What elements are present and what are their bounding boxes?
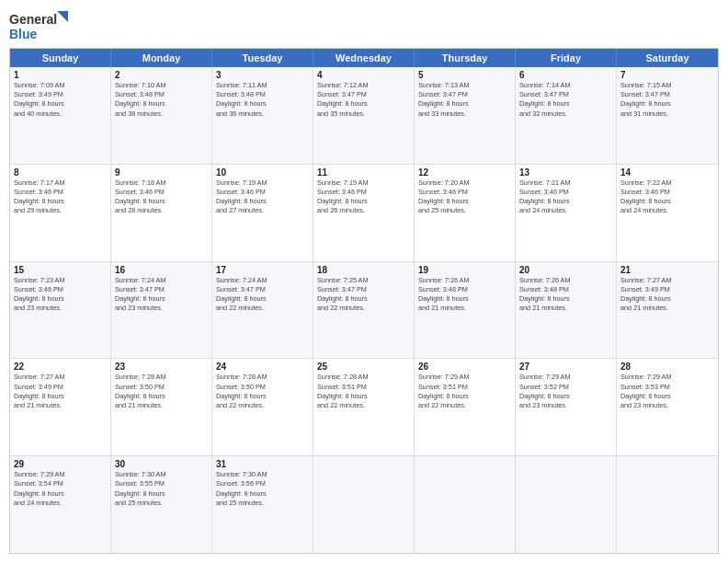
day-number: 23	[115, 362, 208, 372]
day-number: 19	[418, 265, 511, 275]
day-info: Sunrise: 7:26 AMSunset: 3:48 PMDaylight:…	[519, 276, 612, 314]
day-number: 5	[418, 70, 511, 80]
day-number: 21	[620, 265, 714, 275]
calendar-day-18: 18Sunrise: 7:25 AMSunset: 3:47 PMDayligh…	[313, 262, 415, 359]
day-number: 24	[216, 362, 309, 372]
day-number: 8	[14, 167, 107, 178]
calendar-empty-cell	[617, 456, 718, 553]
calendar-body: 1Sunrise: 7:09 AMSunset: 3:49 PMDaylight…	[10, 67, 718, 553]
calendar-day-10: 10Sunrise: 7:19 AMSunset: 3:46 PMDayligh…	[212, 165, 313, 261]
day-info: Sunrise: 7:12 AMSunset: 3:47 PMDaylight:…	[317, 81, 410, 119]
calendar-week-4: 22Sunrise: 7:27 AMSunset: 3:49 PMDayligh…	[10, 359, 718, 456]
calendar-day-11: 11Sunrise: 7:19 AMSunset: 3:46 PMDayligh…	[313, 165, 415, 261]
day-number: 12	[418, 167, 511, 178]
calendar-day-27: 27Sunrise: 7:29 AMSunset: 3:52 PMDayligh…	[516, 359, 617, 455]
day-info: Sunrise: 7:29 AMSunset: 3:52 PMDaylight:…	[519, 373, 612, 410]
calendar-day-17: 17Sunrise: 7:24 AMSunset: 3:47 PMDayligh…	[212, 262, 313, 359]
day-info: Sunrise: 7:27 AMSunset: 3:49 PMDaylight:…	[14, 373, 107, 410]
logo-icon: GeneralBlue	[9, 9, 74, 42]
day-number: 4	[317, 70, 410, 80]
day-info: Sunrise: 7:28 AMSunset: 3:50 PMDaylight:…	[115, 373, 208, 410]
day-number: 1	[14, 70, 107, 80]
day-info: Sunrise: 7:19 AMSunset: 3:46 PMDaylight:…	[317, 178, 410, 216]
day-info: Sunrise: 7:19 AMSunset: 3:46 PMDaylight:…	[216, 178, 309, 216]
calendar-day-6: 6Sunrise: 7:14 AMSunset: 3:47 PMDaylight…	[516, 67, 617, 164]
day-info: Sunrise: 7:28 AMSunset: 3:51 PMDaylight:…	[317, 373, 410, 410]
calendar-empty-cell	[313, 456, 415, 553]
header-day-tuesday: Tuesday	[212, 49, 313, 67]
day-info: Sunrise: 7:13 AMSunset: 3:47 PMDaylight:…	[418, 81, 511, 119]
day-info: Sunrise: 7:23 AMSunset: 3:46 PMDaylight:…	[14, 276, 107, 314]
day-number: 7	[620, 70, 714, 80]
day-number: 6	[519, 70, 612, 80]
day-number: 31	[216, 459, 309, 469]
day-info: Sunrise: 7:26 AMSunset: 3:48 PMDaylight:…	[418, 276, 511, 314]
calendar-day-22: 22Sunrise: 7:27 AMSunset: 3:49 PMDayligh…	[10, 359, 111, 455]
header-day-saturday: Saturday	[617, 49, 718, 67]
day-number: 10	[216, 167, 309, 178]
calendar-day-2: 2Sunrise: 7:10 AMSunset: 3:48 PMDaylight…	[111, 67, 212, 164]
calendar-empty-cell	[516, 456, 617, 553]
calendar-week-1: 1Sunrise: 7:09 AMSunset: 3:49 PMDaylight…	[10, 67, 718, 165]
calendar-week-5: 29Sunrise: 7:29 AMSunset: 3:54 PMDayligh…	[10, 456, 718, 553]
calendar-day-21: 21Sunrise: 7:27 AMSunset: 3:49 PMDayligh…	[617, 262, 718, 359]
day-number: 11	[317, 167, 410, 178]
day-info: Sunrise: 7:22 AMSunset: 3:46 PMDaylight:…	[620, 178, 714, 216]
day-info: Sunrise: 7:20 AMSunset: 3:46 PMDaylight:…	[418, 178, 511, 216]
header: GeneralBlue	[9, 9, 719, 42]
day-info: Sunrise: 7:25 AMSunset: 3:47 PMDaylight:…	[317, 276, 410, 314]
calendar-day-30: 30Sunrise: 7:30 AMSunset: 3:55 PMDayligh…	[111, 456, 212, 553]
day-number: 27	[519, 362, 612, 372]
calendar-day-8: 8Sunrise: 7:17 AMSunset: 3:46 PMDaylight…	[10, 165, 111, 261]
day-info: Sunrise: 7:29 AMSunset: 3:51 PMDaylight:…	[418, 373, 511, 410]
calendar-day-28: 28Sunrise: 7:29 AMSunset: 3:53 PMDayligh…	[617, 359, 718, 455]
day-info: Sunrise: 7:09 AMSunset: 3:49 PMDaylight:…	[14, 81, 107, 119]
day-info: Sunrise: 7:30 AMSunset: 3:56 PMDaylight:…	[216, 470, 309, 508]
calendar-day-4: 4Sunrise: 7:12 AMSunset: 3:47 PMDaylight…	[313, 67, 415, 164]
calendar-week-2: 8Sunrise: 7:17 AMSunset: 3:46 PMDaylight…	[10, 165, 718, 262]
calendar-day-31: 31Sunrise: 7:30 AMSunset: 3:56 PMDayligh…	[212, 456, 313, 553]
calendar-day-24: 24Sunrise: 7:28 AMSunset: 3:50 PMDayligh…	[212, 359, 313, 455]
calendar-day-13: 13Sunrise: 7:21 AMSunset: 3:46 PMDayligh…	[516, 165, 617, 261]
day-info: Sunrise: 7:27 AMSunset: 3:49 PMDaylight:…	[620, 276, 714, 314]
day-number: 2	[115, 70, 208, 80]
calendar-day-29: 29Sunrise: 7:29 AMSunset: 3:54 PMDayligh…	[10, 456, 111, 553]
svg-text:Blue: Blue	[9, 27, 38, 41]
calendar: SundayMondayTuesdayWednesdayThursdayFrid…	[9, 48, 719, 554]
day-number: 26	[418, 362, 511, 372]
day-info: Sunrise: 7:24 AMSunset: 3:47 PMDaylight:…	[115, 276, 208, 314]
day-number: 16	[115, 265, 208, 275]
day-info: Sunrise: 7:10 AMSunset: 3:48 PMDaylight:…	[115, 81, 208, 119]
header-day-monday: Monday	[111, 49, 212, 67]
day-info: Sunrise: 7:29 AMSunset: 3:54 PMDaylight:…	[14, 470, 107, 508]
day-number: 14	[620, 167, 714, 178]
calendar-day-25: 25Sunrise: 7:28 AMSunset: 3:51 PMDayligh…	[313, 359, 415, 455]
day-info: Sunrise: 7:14 AMSunset: 3:47 PMDaylight:…	[519, 81, 612, 119]
day-info: Sunrise: 7:15 AMSunset: 3:47 PMDaylight:…	[620, 81, 714, 119]
svg-marker-2	[57, 11, 68, 22]
logo: GeneralBlue	[9, 9, 74, 42]
day-info: Sunrise: 7:17 AMSunset: 3:46 PMDaylight:…	[14, 178, 107, 216]
calendar-day-15: 15Sunrise: 7:23 AMSunset: 3:46 PMDayligh…	[10, 262, 111, 359]
day-number: 25	[317, 362, 410, 372]
day-number: 18	[317, 265, 410, 275]
header-day-wednesday: Wednesday	[313, 49, 415, 67]
page: GeneralBlue SundayMondayTuesdayWednesday…	[0, 0, 728, 563]
day-info: Sunrise: 7:30 AMSunset: 3:55 PMDaylight:…	[115, 470, 208, 508]
day-number: 20	[519, 265, 612, 275]
header-day-thursday: Thursday	[415, 49, 516, 67]
day-info: Sunrise: 7:11 AMSunset: 3:48 PMDaylight:…	[216, 81, 309, 119]
calendar-day-5: 5Sunrise: 7:13 AMSunset: 3:47 PMDaylight…	[415, 67, 516, 164]
day-number: 3	[216, 70, 309, 80]
calendar-day-12: 12Sunrise: 7:20 AMSunset: 3:46 PMDayligh…	[415, 165, 516, 261]
day-number: 17	[216, 265, 309, 275]
calendar-header: SundayMondayTuesdayWednesdayThursdayFrid…	[10, 49, 718, 67]
calendar-day-26: 26Sunrise: 7:29 AMSunset: 3:51 PMDayligh…	[415, 359, 516, 455]
day-info: Sunrise: 7:29 AMSunset: 3:53 PMDaylight:…	[620, 373, 714, 410]
calendar-empty-cell	[415, 456, 516, 553]
day-number: 29	[14, 459, 107, 469]
day-number: 22	[14, 362, 107, 372]
day-number: 9	[115, 167, 208, 178]
day-info: Sunrise: 7:24 AMSunset: 3:47 PMDaylight:…	[216, 276, 309, 314]
day-info: Sunrise: 7:28 AMSunset: 3:50 PMDaylight:…	[216, 373, 309, 410]
